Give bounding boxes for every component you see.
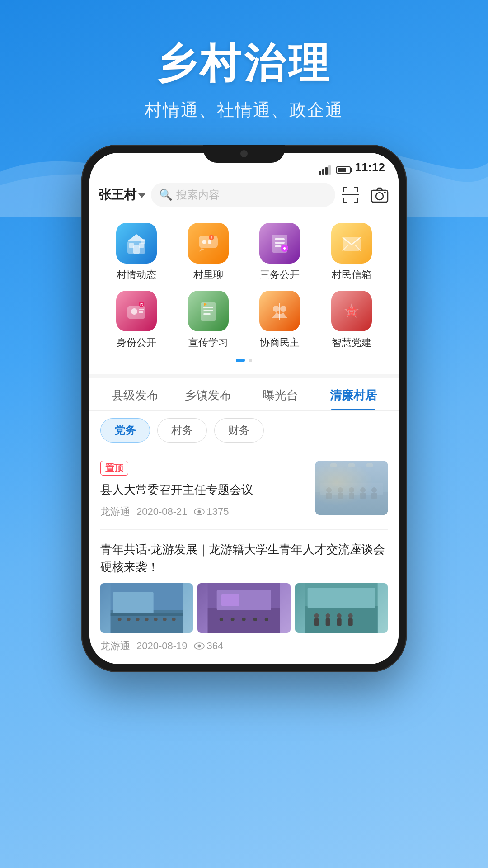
svg-point-72 <box>136 618 140 621</box>
tab-township[interactable]: 乡镇发布 <box>171 378 244 410</box>
news-meta-2: 龙游通 2020-08-19 364 <box>100 639 388 653</box>
news-source-2: 龙游通 <box>100 639 130 653</box>
app-label-three-affairs: 三务公开 <box>260 268 300 282</box>
app-label-village-chat: 村里聊 <box>193 268 223 282</box>
app-icon-identity: ID <box>116 291 157 331</box>
news-feed: 置顶 县人大常委召开主任专题会议 龙游通 2020-08-21 <box>89 450 399 664</box>
chip-finance[interactable]: 财务 <box>214 418 264 443</box>
app-item-identity[interactable]: ID 身份公开 <box>103 291 170 349</box>
app-label-democracy: 协商民主 <box>260 336 300 349</box>
svg-point-89 <box>314 613 319 618</box>
news-views-1: 1375 <box>194 506 229 518</box>
app-label-party: 智慧党建 <box>332 336 371 349</box>
svg-point-93 <box>337 613 341 618</box>
news-thumb-2b <box>197 583 290 633</box>
search-bar[interactable]: 🔍 搜索内容 <box>151 183 335 207</box>
scan-icon[interactable] <box>341 185 361 205</box>
app-icon-mailbox <box>331 223 372 264</box>
svg-point-63 <box>330 463 337 467</box>
app-item-mailbox[interactable]: 村民信箱 <box>318 223 385 282</box>
top-nav: 张王村 🔍 搜索内容 <box>89 178 399 212</box>
svg-point-91 <box>325 613 330 618</box>
app-item-party[interactable]: 党 智慧党建 <box>318 291 385 349</box>
svg-rect-5 <box>343 198 344 203</box>
tab-clean-village[interactable]: 清廉村居 <box>317 378 389 410</box>
svg-point-64 <box>348 463 355 467</box>
svg-point-74 <box>154 618 158 621</box>
svg-point-34 <box>131 308 137 315</box>
battery-icon <box>336 166 351 174</box>
page-title: 乡村治理 <box>0 36 488 91</box>
page-header: 乡村治理 村情通、社情通、政企通 <box>0 0 488 135</box>
svg-rect-80 <box>221 594 239 606</box>
village-selector[interactable]: 张王村 <box>99 186 145 203</box>
svg-rect-69 <box>111 613 183 616</box>
svg-rect-41 <box>203 307 213 308</box>
filter-chips: 党务 村务 财务 <box>89 411 399 450</box>
svg-rect-52 <box>320 483 383 495</box>
village-name: 张王村 <box>99 186 136 203</box>
app-label-identity: 身份公开 <box>117 336 156 349</box>
svg-point-57 <box>349 487 354 493</box>
news-item-2[interactable]: 青年共话·龙游发展｜龙游籍大学生青年人才交流座谈会硬核来袭！ <box>100 530 388 664</box>
app-item-village-dynamics[interactable]: 村情动态 <box>103 223 170 282</box>
news-title-1: 县人大常委召开主任专题会议 <box>100 481 308 499</box>
camera-dot <box>240 150 248 157</box>
svg-rect-58 <box>349 493 354 499</box>
svg-rect-15 <box>129 243 134 248</box>
svg-point-44 <box>273 306 279 312</box>
app-label-village-dynamics: 村情动态 <box>117 268 156 282</box>
phone-notch <box>203 145 285 163</box>
svg-point-71 <box>127 618 131 621</box>
svg-point-84 <box>253 618 257 621</box>
svg-rect-43 <box>203 313 211 315</box>
camera-icon[interactable] <box>370 185 389 205</box>
svg-rect-19 <box>202 240 206 244</box>
page-dot-2 <box>249 359 252 362</box>
svg-rect-1 <box>343 187 344 192</box>
chip-party-affairs[interactable]: 党务 <box>100 418 150 443</box>
svg-text:党: 党 <box>347 306 357 317</box>
app-item-three-affairs[interactable]: 三务公开 <box>246 223 314 282</box>
news-date-1: 2020-08-21 <box>136 506 188 518</box>
svg-rect-14 <box>133 245 140 254</box>
tab-exposure[interactable]: 曝光台 <box>244 378 317 410</box>
app-grid: 村情动态 ! 村里 <box>103 223 385 349</box>
status-time: 11:12 <box>355 160 385 175</box>
dropdown-arrow-icon <box>138 193 145 198</box>
svg-rect-60 <box>360 493 366 499</box>
app-item-democracy[interactable]: 协商民主 <box>246 291 314 349</box>
svg-rect-17 <box>141 239 145 244</box>
svg-rect-50 <box>315 461 388 515</box>
news-thumb-2c <box>295 583 388 633</box>
news-views-2: 364 <box>194 640 224 652</box>
news-date-2: 2020-08-19 <box>136 640 188 652</box>
chip-village-affairs[interactable]: 村务 <box>157 418 207 443</box>
svg-rect-96 <box>348 618 352 626</box>
news-meta-1: 龙游通 2020-08-21 1375 <box>100 505 308 519</box>
svg-point-10 <box>376 193 383 200</box>
svg-point-95 <box>348 613 352 618</box>
nav-right-icons <box>341 185 389 205</box>
search-icon: 🔍 <box>159 189 173 201</box>
page-dot-1 <box>236 359 245 362</box>
tab-county[interactable]: 县级发布 <box>99 378 171 410</box>
news-thumb-row-2 <box>100 583 388 633</box>
svg-rect-16 <box>139 243 144 248</box>
svg-point-53 <box>326 487 332 493</box>
svg-point-76 <box>172 618 176 621</box>
app-item-village-chat[interactable]: ! 村里聊 <box>175 223 242 282</box>
svg-point-85 <box>265 618 268 621</box>
svg-point-65 <box>366 463 373 467</box>
svg-point-82 <box>231 618 235 621</box>
svg-rect-62 <box>371 493 377 499</box>
news-item-1[interactable]: 置顶 县人大常委召开主任专题会议 龙游通 2020-08-21 <box>100 450 388 530</box>
svg-rect-25 <box>275 242 285 244</box>
app-item-publicity[interactable]: 宣传学习 <box>175 291 242 349</box>
pin-badge: 置顶 <box>100 461 128 476</box>
svg-rect-90 <box>314 618 319 626</box>
svg-rect-11 <box>384 192 386 193</box>
svg-point-83 <box>242 618 246 621</box>
svg-point-61 <box>371 487 377 493</box>
signal-icon <box>319 165 331 175</box>
